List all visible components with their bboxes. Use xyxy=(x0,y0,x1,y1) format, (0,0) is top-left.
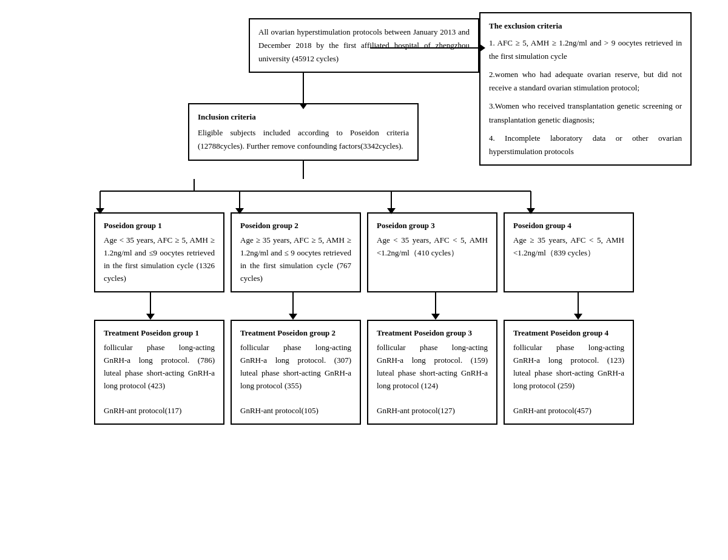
treatment-arrows xyxy=(79,292,649,320)
inclusion-text: Eligible subjects included according to … xyxy=(198,128,409,150)
arrow-t1 xyxy=(85,292,215,320)
groups-row: Poseidon group 1 Age < 35 years, AFC ≥ 5… xyxy=(79,212,649,292)
arrow-t2 xyxy=(228,292,358,320)
exclusion-box: The exclusion criteria 1. AFC ≥ 5, AMH ≥… xyxy=(479,12,692,166)
treatment4-title: Treatment Poseidon group 4 xyxy=(513,327,624,340)
arrow-t4 xyxy=(513,292,643,320)
group2-title: Poseidon group 2 xyxy=(240,220,351,232)
branch-connector xyxy=(0,161,649,212)
treatment1-text: follicular phase long-acting GnRH-a long… xyxy=(104,342,215,417)
inclusion-title: Inclusion criteria xyxy=(198,110,409,124)
exclusion-item-3: 3.Women who received transplantation gen… xyxy=(489,100,682,126)
group4-title: Poseidon group 4 xyxy=(513,220,624,232)
treatment-group-1-box: Treatment Poseidon group 1 follicular ph… xyxy=(94,320,224,425)
group3-title: Poseidon group 3 xyxy=(377,220,488,232)
group2-text: Age ≥ 35 years, AFC ≥ 5, AMH ≥ 1.2ng/ml … xyxy=(240,235,351,282)
branch-svg xyxy=(79,179,649,212)
treatment-group-4-box: Treatment Poseidon group 4 follicular ph… xyxy=(504,320,634,425)
treatment-group-3-box: Treatment Poseidon group 3 follicular ph… xyxy=(367,320,497,425)
flowchart: All ovarian hyperstimulation protocols b… xyxy=(12,12,716,425)
inclusion-box: Inclusion criteria Eligible subjects inc… xyxy=(188,103,419,160)
group1-text: Age < 35 years, AFC ≥ 5, AMH ≥ 1.2ng/ml … xyxy=(104,235,215,282)
poseidon-group-1-box: Poseidon group 1 Age < 35 years, AFC ≥ 5… xyxy=(94,212,224,292)
h-arrow xyxy=(370,44,485,52)
treatment-group-2-box: Treatment Poseidon group 2 follicular ph… xyxy=(231,320,361,425)
exclusion-item-1: 1. AFC ≥ 5, AMH ≥ 1.2ng/ml and > 9 oocyt… xyxy=(489,36,682,63)
arrow-head-inclusion xyxy=(299,103,308,109)
h-arrow-line xyxy=(370,47,479,49)
group4-text: Age ≥ 35 years, AFC < 5, AMH <1.2ng/ml（8… xyxy=(513,235,624,257)
vert-line-top xyxy=(303,161,304,179)
group1-title: Poseidon group 1 xyxy=(104,220,215,232)
treatment-row: Treatment Poseidon group 1 follicular ph… xyxy=(79,320,649,425)
group3-text: Age < 35 years, AFC < 5, AMH <1.2ng/ml（4… xyxy=(377,235,488,257)
exclusion-title: The exclusion criteria xyxy=(489,19,682,33)
treatment2-text: follicular phase long-acting GnRH-a long… xyxy=(240,342,351,417)
poseidon-group-2-box: Poseidon group 2 Age ≥ 35 years, AFC ≥ 5… xyxy=(231,212,361,292)
treatment4-text: follicular phase long-acting GnRH-a long… xyxy=(513,342,624,417)
treatment1-title: Treatment Poseidon group 1 xyxy=(104,327,215,340)
treatment2-title: Treatment Poseidon group 2 xyxy=(240,327,351,340)
exclusion-item-2: 2.women who had adequate ovarian reserve… xyxy=(489,68,682,95)
arrow-t3 xyxy=(370,292,500,320)
poseidon-group-4-box: Poseidon group 4 Age ≥ 35 years, AFC < 5… xyxy=(504,212,634,292)
exclusion-item-4: 4. Incomplete laboratory data or other o… xyxy=(489,132,682,158)
treatment3-title: Treatment Poseidon group 3 xyxy=(377,327,488,340)
arrow-to-inclusion xyxy=(303,73,304,103)
h-arrow-head xyxy=(479,44,485,52)
poseidon-group-3-box: Poseidon group 3 Age < 35 years, AFC < 5… xyxy=(367,212,497,292)
treatment3-text: follicular phase long-acting GnRH-a long… xyxy=(377,342,488,417)
